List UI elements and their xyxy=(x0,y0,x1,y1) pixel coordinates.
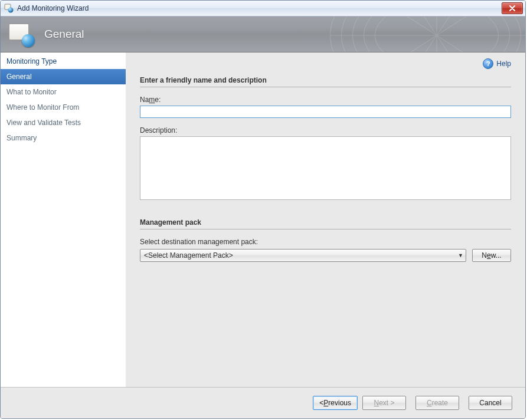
content: Monitoring Type General What to Monitor … xyxy=(1,52,525,387)
help-label: Help xyxy=(496,60,511,68)
management-pack-select-value: <Select Management Pack> xyxy=(144,251,233,260)
wizard-footer: < Previous Next > Create Cancel xyxy=(1,387,525,418)
select-mp-label: Select destination management pack: xyxy=(140,238,511,246)
titlebar: Add Monitoring Wizard xyxy=(1,1,525,17)
svg-point-1 xyxy=(8,8,14,13)
svg-point-4 xyxy=(353,17,521,52)
svg-point-5 xyxy=(364,17,510,52)
cancel-button[interactable]: Cancel xyxy=(469,396,512,410)
sidebar-item-where-to-monitor-from[interactable]: Where to Monitor From xyxy=(1,100,126,115)
create-button[interactable]: Create xyxy=(415,396,459,410)
svg-point-2 xyxy=(330,17,526,52)
sidebar-item-monitoring-type[interactable]: Monitoring Type xyxy=(1,54,126,69)
previous-button[interactable]: < Previous xyxy=(313,396,358,410)
sidebar-item-summary[interactable]: Summary xyxy=(1,130,126,146)
sidebar-item-general[interactable]: General xyxy=(1,69,126,84)
main-panel: ? Help Enter a friendly name and descrip… xyxy=(126,52,525,387)
wizard-steps-sidebar: Monitoring Type General What to Monitor … xyxy=(1,52,126,387)
svg-point-3 xyxy=(342,17,526,52)
new-management-pack-button[interactable]: New... xyxy=(472,249,511,262)
name-label: Name: xyxy=(140,96,511,104)
wizard-window: Add Monitoring Wizard xyxy=(0,0,526,419)
section-friendly-name: Enter a friendly name and description xyxy=(140,76,511,87)
description-input[interactable] xyxy=(140,136,511,200)
banner-decoration xyxy=(325,17,525,52)
description-label: Description: xyxy=(140,126,511,134)
name-input[interactable] xyxy=(140,106,511,118)
close-button[interactable] xyxy=(502,2,523,14)
sidebar-item-view-and-validate-tests[interactable]: View and Validate Tests xyxy=(1,115,126,130)
management-pack-select[interactable]: <Select Management Pack> ▼ xyxy=(140,249,466,262)
window-title: Add Monitoring Wizard xyxy=(17,4,502,12)
page-title: General xyxy=(44,28,84,41)
help-link[interactable]: ? Help xyxy=(483,58,511,69)
app-icon xyxy=(4,4,14,13)
chevron-down-icon: ▼ xyxy=(458,252,463,258)
banner-icon xyxy=(9,21,35,47)
banner: General xyxy=(1,17,525,52)
sidebar-item-what-to-monitor[interactable]: What to Monitor xyxy=(1,84,126,100)
close-icon xyxy=(509,5,516,11)
next-button[interactable]: Next > xyxy=(362,396,406,410)
section-management-pack: Management pack xyxy=(140,218,511,229)
svg-point-6 xyxy=(375,17,499,52)
help-icon: ? xyxy=(483,58,493,69)
